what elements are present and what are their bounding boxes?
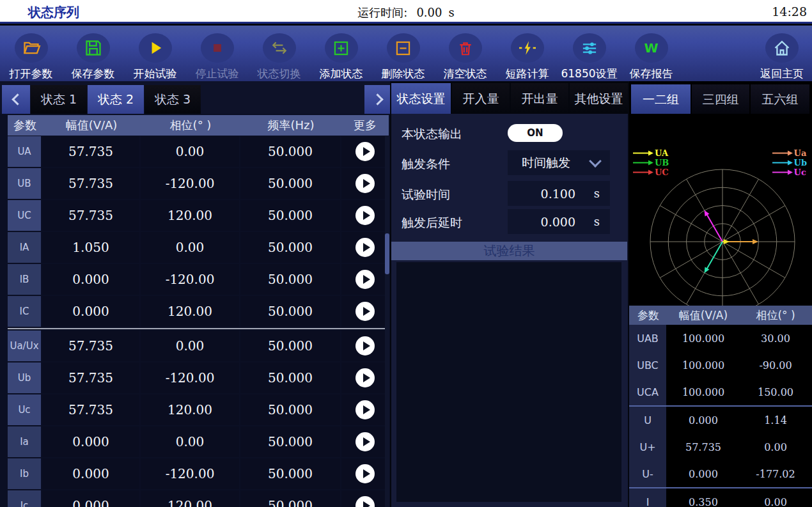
frequency-cell[interactable]: 50.000 <box>240 331 340 361</box>
amplitude-cell[interactable]: 1.050 <box>42 232 139 263</box>
frequency-cell[interactable]: 50.000 <box>240 426 340 457</box>
amplitude-cell[interactable]: 57.735 <box>42 394 139 425</box>
amplitude-cell[interactable]: 57.735 <box>42 136 139 167</box>
frequency-cell[interactable]: 50.000 <box>240 296 340 327</box>
phase-cell[interactable]: -120.00 <box>141 264 239 295</box>
phase-cell[interactable]: -120.00 <box>141 363 239 393</box>
phase-cell[interactable]: 120.00 <box>141 490 239 507</box>
post-trigger-delay-unit: s <box>594 215 600 228</box>
add-square-icon <box>325 33 358 63</box>
phase-cell[interactable]: 0.00 <box>141 136 239 167</box>
open-params-button[interactable]: 打开参数 <box>0 26 62 81</box>
phase-cell[interactable]: 120.00 <box>141 200 239 231</box>
tab-digital-output[interactable]: 开出量 <box>511 83 568 114</box>
test-result-button[interactable]: 试验结果 <box>391 242 627 260</box>
return-home-button[interactable]: 返回主页 <box>752 26 812 81</box>
frequency-cell[interactable]: 50.000 <box>240 168 340 199</box>
delete-state-button[interactable]: 删除状态 <box>372 26 434 81</box>
tab-digital-input[interactable]: 开入量 <box>452 83 510 114</box>
tab-other-settings[interactable]: 其他设置 <box>570 83 628 114</box>
legend-entry: UB <box>633 158 669 167</box>
more-play-button[interactable] <box>355 368 375 387</box>
trigger-select[interactable]: 时间触发 <box>508 150 610 175</box>
scrollbar-thumb[interactable] <box>385 233 389 274</box>
phase-cell[interactable]: 0.00 <box>141 426 239 457</box>
tab-state-settings[interactable]: 状态设置 <box>391 83 451 114</box>
phase-cell[interactable]: 0.00 <box>141 232 239 263</box>
more-play-button[interactable] <box>355 206 375 225</box>
phase-cell[interactable]: 120.00 <box>141 394 239 425</box>
state-table-panel: 状态 1 状态 2 状态 3 参数 幅值(V/A) 相位(° ) 频率(Hz) … <box>0 81 390 507</box>
frequency-cell[interactable]: 50.000 <box>240 458 340 489</box>
more-play-button[interactable] <box>355 464 375 483</box>
more-cell <box>341 232 389 263</box>
group-tab-bar: 一二组 三四组 五六组 <box>629 81 812 114</box>
tab-group-12[interactable]: 一二组 <box>631 84 691 114</box>
next-state-button[interactable] <box>364 85 390 114</box>
tab-state-2[interactable]: 状态 2 <box>88 85 144 114</box>
amplitude-cell[interactable]: 0.000 <box>42 426 139 457</box>
prev-state-button[interactable] <box>2 85 30 114</box>
frequency-cell[interactable]: 50.000 <box>240 490 340 507</box>
more-play-button[interactable] <box>355 336 375 355</box>
tab-state-1[interactable]: 状态 1 <box>31 85 87 114</box>
table-row: U-0.000-177.02 <box>629 460 812 487</box>
col-header-more: 更多 <box>341 118 389 133</box>
test-time-input[interactable]: 0.100 s <box>508 181 610 206</box>
param-label: U+ <box>629 433 666 460</box>
short-circuit-calc-button[interactable]: 短路计算 <box>496 26 558 81</box>
amplitude-cell[interactable]: 57.735 <box>42 168 139 199</box>
more-cell <box>341 296 389 327</box>
more-play-button[interactable] <box>355 270 375 289</box>
stop-test-button: 停止试验 <box>186 26 248 81</box>
test-time-label: 试验时间 <box>402 187 450 203</box>
start-test-button[interactable]: 开始试验 <box>124 26 186 81</box>
phase-cell: 0.00 <box>739 488 812 507</box>
output-label: 本状态输出 <box>402 126 462 143</box>
more-play-button[interactable] <box>355 496 375 507</box>
scrollbar-track[interactable] <box>385 136 389 507</box>
clear-states-button[interactable]: 清空状态 <box>434 26 496 81</box>
table-row: U+57.7350.00 <box>629 433 812 460</box>
phase-cell[interactable]: -120.00 <box>141 168 239 199</box>
amplitude-cell[interactable]: 57.735 <box>42 331 139 361</box>
frequency-cell[interactable]: 50.000 <box>240 363 340 393</box>
phase-cell[interactable]: 0.00 <box>141 331 239 361</box>
amplitude-cell[interactable]: 0.000 <box>42 458 139 489</box>
more-play-button[interactable] <box>355 432 375 451</box>
frequency-cell[interactable]: 50.000 <box>240 394 340 425</box>
post-trigger-delay-input[interactable]: 0.000 s <box>508 209 610 234</box>
tab-group-56[interactable]: 五六组 <box>751 84 809 114</box>
tab-group-34[interactable]: 三四组 <box>692 84 749 114</box>
more-play-button[interactable] <box>355 400 375 419</box>
more-play-button[interactable] <box>355 142 375 161</box>
legend-voltage-group2: UaUbUc <box>772 148 807 176</box>
more-cell <box>341 394 389 425</box>
amplitude-cell[interactable]: 57.735 <box>42 200 139 231</box>
phase-cell[interactable]: 120.00 <box>141 296 239 327</box>
more-play-button[interactable] <box>355 174 375 193</box>
amplitude-cell[interactable]: 0.000 <box>42 490 139 507</box>
phasor-diagram: UAUBUC UaUbUc IAIBIC IaIbIc <box>629 114 812 306</box>
add-state-button[interactable]: 添加状态 <box>310 26 372 81</box>
play-icon <box>363 405 370 414</box>
frequency-cell[interactable]: 50.000 <box>240 232 340 263</box>
play-icon <box>363 469 370 478</box>
toolbar-label: 添加状态 <box>320 66 363 81</box>
amplitude-cell[interactable]: 0.000 <box>42 296 139 327</box>
phase-cell[interactable]: -120.00 <box>141 458 239 489</box>
save-report-button[interactable]: W 保存报告 <box>620 26 682 81</box>
frequency-cell[interactable]: 50.000 <box>240 136 340 167</box>
iec61850-settings-button[interactable]: 61850设置 <box>558 26 620 81</box>
more-play-button[interactable] <box>355 302 375 321</box>
chevron-right-icon <box>371 93 383 105</box>
frequency-cell[interactable]: 50.000 <box>240 264 340 295</box>
frequency-cell[interactable]: 50.000 <box>240 200 340 231</box>
amplitude-cell[interactable]: 0.000 <box>42 264 139 295</box>
output-toggle[interactable]: ON <box>508 124 563 142</box>
tab-state-3[interactable]: 状态 3 <box>144 85 201 114</box>
amplitude-cell[interactable]: 57.735 <box>42 363 139 393</box>
clock: 14:28 <box>772 4 807 19</box>
save-params-button[interactable]: 保存参数 <box>62 26 124 81</box>
more-play-button[interactable] <box>355 238 375 257</box>
